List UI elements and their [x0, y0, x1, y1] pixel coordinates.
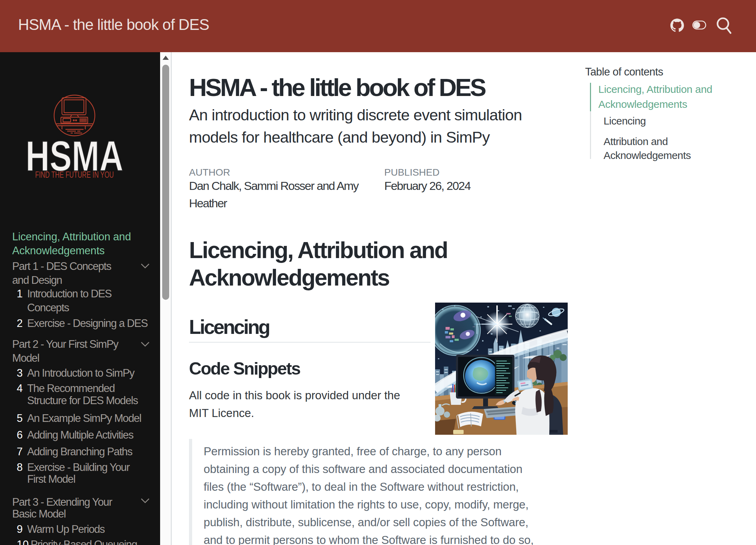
svg-text:FIND THE FUTURE IN YOU: FIND THE FUTURE IN YOU: [35, 170, 114, 179]
